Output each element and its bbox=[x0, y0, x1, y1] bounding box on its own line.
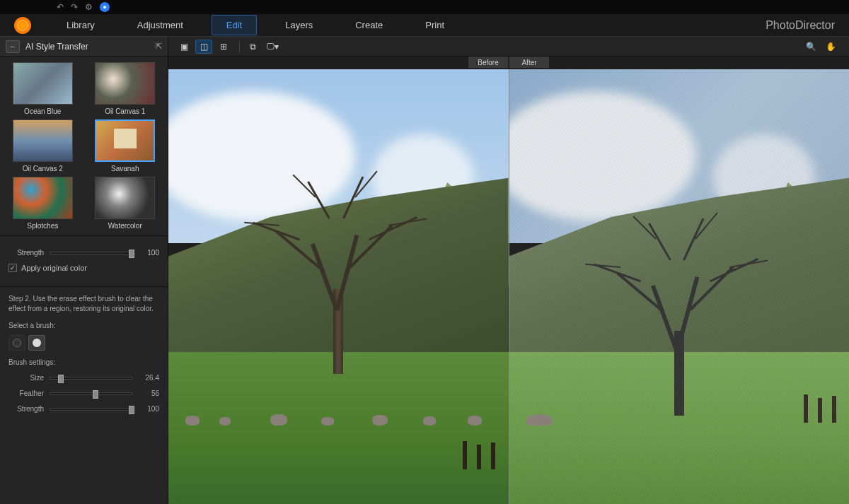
back-button[interactable]: ← bbox=[6, 40, 20, 53]
view-grid-icon[interactable]: ⊞ bbox=[215, 40, 232, 54]
brush-size-slider[interactable]: Size 26.4 bbox=[8, 373, 159, 383]
notification-icon[interactable]: ● bbox=[100, 2, 110, 12]
view-single-icon[interactable]: ▣ bbox=[175, 40, 192, 54]
style-thumbnail bbox=[95, 177, 155, 219]
nav-adjustment[interactable]: Adjustment bbox=[123, 16, 197, 35]
apply-original-color-checkbox[interactable]: ✓ Apply original color bbox=[8, 264, 159, 272]
step2-instructions: Step 2. Use the erase effect brush to cl… bbox=[8, 294, 159, 314]
app-logo-icon[interactable] bbox=[14, 17, 31, 34]
nav-layers[interactable]: Layers bbox=[271, 16, 327, 35]
style-thumbnail bbox=[13, 119, 73, 162]
compare-tabs: Before After bbox=[168, 57, 849, 69]
sidebar: ← AI Style Transfer ⇱ Ocean Blue Oil Can… bbox=[0, 37, 168, 504]
style-splotches[interactable]: Splotches bbox=[4, 177, 81, 230]
style-savanah[interactable]: Savanah bbox=[87, 119, 164, 172]
redo-icon[interactable]: ↷ bbox=[71, 2, 78, 12]
view-split-icon[interactable]: ⧉ bbox=[244, 40, 261, 54]
pan-hand-icon[interactable]: ✋ bbox=[822, 40, 839, 54]
undo-icon[interactable]: ↶ bbox=[57, 2, 64, 12]
before-image bbox=[168, 69, 509, 504]
style-thumbnail bbox=[95, 62, 155, 105]
before-tab[interactable]: Before bbox=[468, 57, 508, 68]
expand-icon[interactable]: ⇱ bbox=[156, 42, 162, 51]
after-image bbox=[509, 69, 850, 504]
brush-strength-slider[interactable]: Strength 100 bbox=[8, 404, 159, 414]
nav-library[interactable]: Library bbox=[52, 16, 109, 35]
title-bar: ↶ ↷ ⚙ ● bbox=[0, 0, 849, 14]
viewer-toolbar: ▣ ◫ ⊞ ⧉ 🖵▾ 🔍 ✋ bbox=[168, 37, 849, 57]
erase-brush-button[interactable] bbox=[8, 335, 25, 351]
style-oil-canvas-2[interactable]: Oil Canvas 2 bbox=[4, 119, 81, 172]
image-canvas[interactable] bbox=[168, 69, 849, 504]
canvas-area: ▣ ◫ ⊞ ⧉ 🖵▾ 🔍 ✋ Before After bbox=[168, 37, 849, 504]
display-dropdown-icon[interactable]: 🖵▾ bbox=[264, 40, 281, 54]
sidebar-header: ← AI Style Transfer ⇱ bbox=[0, 37, 168, 57]
nav-create[interactable]: Create bbox=[341, 16, 397, 35]
style-grid: Ocean Blue Oil Canvas 1 Oil Canvas 2 Sav… bbox=[4, 62, 163, 230]
style-thumbnail bbox=[13, 62, 73, 105]
style-watercolor[interactable]: Watercolor bbox=[87, 177, 164, 230]
restore-brush-button[interactable] bbox=[28, 335, 45, 351]
strength-slider[interactable]: Strength 100 bbox=[8, 249, 159, 257]
select-brush-label: Select a brush: bbox=[8, 321, 159, 331]
nav-print[interactable]: Print bbox=[411, 16, 458, 35]
style-thumbnail bbox=[13, 177, 73, 219]
style-thumbnail bbox=[95, 119, 155, 162]
nav-edit[interactable]: Edit bbox=[212, 15, 257, 35]
main-nav: Library Adjustment Edit Layers Create Pr… bbox=[0, 14, 849, 37]
sidebar-title: AI Style Transfer bbox=[25, 42, 156, 52]
brush-feather-slider[interactable]: Feather 56 bbox=[8, 389, 159, 399]
gear-icon[interactable]: ⚙ bbox=[85, 2, 93, 12]
view-compare-icon[interactable]: ◫ bbox=[195, 40, 212, 54]
style-ocean-blue[interactable]: Ocean Blue bbox=[4, 62, 81, 115]
checkbox-icon: ✓ bbox=[8, 264, 17, 272]
brush-settings-label: Brush settings: bbox=[8, 358, 159, 368]
zoom-icon[interactable]: 🔍 bbox=[802, 40, 819, 54]
style-oil-canvas-1[interactable]: Oil Canvas 1 bbox=[87, 62, 164, 115]
after-tab[interactable]: After bbox=[509, 57, 549, 68]
app-name: PhotoDirector bbox=[766, 19, 835, 32]
